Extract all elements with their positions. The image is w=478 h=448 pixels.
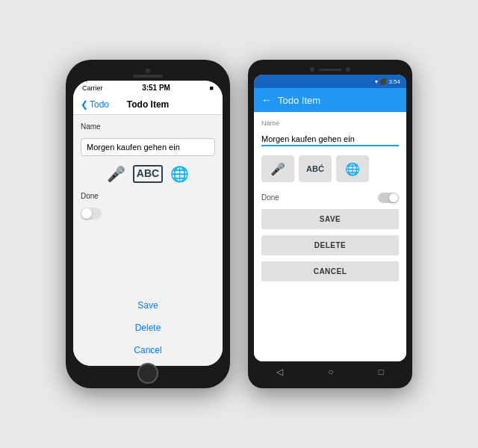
android-time: 3:54 [388, 78, 400, 85]
ios-name-input[interactable]: Morgen kaufen gehen ein [81, 138, 215, 156]
android-phone: ▾ ⬛ 3:54 ← Todo Item Name Morgen kaufen … [248, 60, 412, 388]
ios-status-bar: Carrier 3:51 PM ■ [73, 81, 223, 95]
ios-chevron-icon: ❮ [81, 99, 88, 110]
android-delete-button[interactable]: DELETE [261, 235, 399, 255]
ios-phone: Carrier 3:51 PM ■ ❮ Todo Todo Item Name … [66, 60, 230, 388]
ios-camera [146, 69, 150, 73]
ios-home-indicator [73, 366, 223, 381]
android-done-toggle[interactable] [378, 193, 399, 203]
ios-battery: ■ [210, 84, 214, 92]
android-done-row: Done [261, 191, 399, 203]
android-screen: ▾ ⬛ 3:54 ← Todo Item Name Morgen kaufen … [254, 75, 406, 361]
android-abc-button[interactable]: ABĆ [299, 155, 332, 182]
ios-abc-icon[interactable]: ABC [133, 165, 163, 183]
ios-save-button[interactable]: Save [81, 297, 215, 314]
android-speaker [319, 69, 341, 71]
android-mic-button[interactable]: 🎤 [261, 155, 294, 182]
ios-back-label: Todo [90, 99, 109, 110]
android-app-title: Todo Item [278, 95, 320, 106]
android-name-label: Name [261, 119, 399, 127]
android-nav-bar: ◁ ○ □ [254, 361, 406, 382]
ios-carrier: Carrier [82, 84, 103, 92]
ios-back-button[interactable]: ❮ Todo [81, 99, 109, 110]
android-done-label: Done [261, 193, 279, 202]
android-battery-icon: ⬛ [379, 78, 387, 85]
ios-cancel-button[interactable]: Cancel [81, 342, 215, 358]
ios-content: Name Morgen kaufen gehen ein 🎤 ABC 🌐 Don… [73, 115, 223, 366]
android-top-bar [254, 66, 406, 75]
android-globe-button[interactable]: 🌐 [336, 155, 369, 182]
android-back-button[interactable]: ← [261, 94, 272, 106]
android-camera-2 [346, 67, 350, 72]
ios-nav-bar: ❮ Todo Todo Item [73, 95, 223, 115]
android-status-right: ▾ ⬛ 3:54 [375, 78, 400, 85]
ios-done-toggle[interactable] [81, 208, 102, 220]
android-wifi-icon: ▾ [375, 78, 378, 85]
ios-speaker [133, 75, 163, 78]
android-recent-nav-icon[interactable]: □ [379, 367, 384, 377]
android-content: Name Morgen kaufen gehen ein 🎤 ABĆ 🌐 Don… [254, 112, 406, 361]
android-app-bar: ← Todo Item [254, 88, 406, 112]
ios-screen: Carrier 3:51 PM ■ ❮ Todo Todo Item Name … [73, 81, 223, 366]
android-save-button[interactable]: SAVE [261, 209, 399, 229]
ios-done-label: Done [81, 192, 215, 200]
ios-nav-title: Todo Item [127, 99, 169, 110]
android-icons-row: 🎤 ABĆ 🌐 [261, 152, 399, 185]
android-camera [310, 67, 314, 72]
ios-globe-icon[interactable]: 🌐 [170, 165, 189, 183]
android-home-nav-icon[interactable]: ○ [328, 367, 333, 377]
android-name-input[interactable]: Morgen kaufen gehen ein [261, 133, 399, 146]
ios-name-label: Name [81, 122, 215, 131]
ios-delete-button[interactable]: Delete [81, 320, 215, 336]
ios-time: 3:51 PM [142, 84, 170, 92]
ios-mic-icon[interactable]: 🎤 [107, 165, 125, 183]
android-back-nav-icon[interactable]: ◁ [276, 367, 283, 377]
ios-icons-row: 🎤 ABC 🌐 [81, 162, 215, 186]
android-status-bar: ▾ ⬛ 3:54 [254, 75, 406, 88]
ios-home-button[interactable] [137, 363, 158, 384]
android-cancel-button[interactable]: CANCEL [261, 261, 399, 281]
